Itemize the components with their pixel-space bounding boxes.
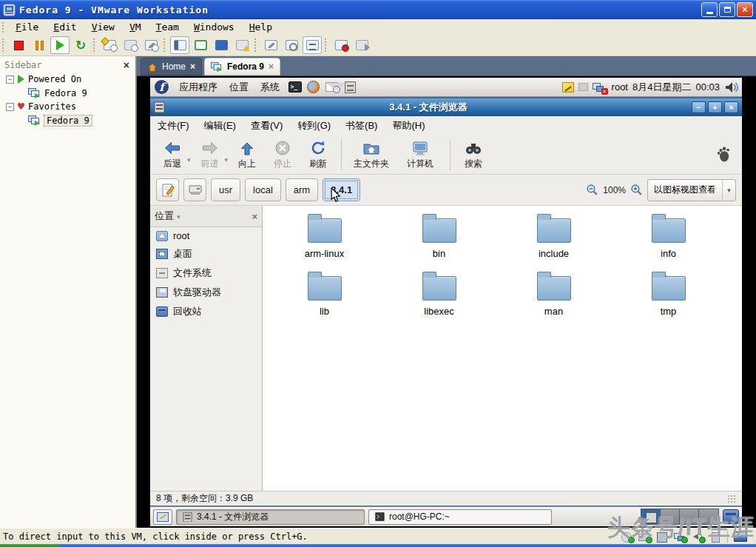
view-mode-select[interactable]: 以图标视图查看 ▾ [647,179,736,201]
replay-button[interactable] [352,36,371,54]
vm-close-button[interactable]: × [724,101,738,113]
summary-view-button[interactable] [282,36,301,54]
menu-shuqian[interactable]: 书签(B) [338,116,385,135]
zoom-out-button[interactable] [586,184,598,196]
record-button[interactable] [331,36,351,54]
notes-applet-icon[interactable] [562,82,574,93]
vm-console[interactable]: f 应用程序 位置 系统 >_ root 8月4日星期二 00:03 [137,76,756,528]
menu-team[interactable]: Team [149,20,186,34]
applet-icon[interactable] [578,83,588,91]
folder-item[interactable]: arm-linux [267,212,382,269]
toolbar-grip[interactable] [163,38,166,53]
applications-menu[interactable]: 应用程序 [173,78,223,96]
tab-fedora9[interactable]: Fedora 9 × [204,58,280,75]
power-off-button[interactable] [9,36,28,54]
folder-item[interactable]: lib [267,269,382,327]
folder-item[interactable]: include [496,212,611,269]
network-offline-icon[interactable] [593,81,607,93]
sidebar-item-fedora9-favorite[interactable]: Fedora 9 [0,113,135,127]
toolbar-grip[interactable] [324,38,328,53]
path-button-usr[interactable]: usr [211,178,240,201]
menu-chakan[interactable]: 查看(V) [243,116,290,135]
tab-close-icon[interactable]: × [190,61,195,72]
volume-icon[interactable] [724,81,739,93]
sidebar-item-fedora9[interactable]: Fedora 9 [0,86,135,100]
place-root[interactable]: root [150,227,262,244]
user-name[interactable]: root [612,81,628,93]
folder-item[interactable]: bin [382,212,496,269]
snapshot-revert-button[interactable] [121,36,140,54]
toolbar-grip[interactable] [92,38,96,53]
file-manager-launcher[interactable] [343,81,357,93]
restore-button[interactable] [719,2,735,17]
folder-item[interactable]: libexec [382,269,496,327]
refresh-button[interactable]: 刷新 [300,137,336,172]
up-button[interactable]: 向上 [229,137,265,172]
place-trash[interactable]: 回收站 [150,302,262,321]
home-folder-button[interactable]: 主文件夹 [347,137,396,172]
place-filesystem[interactable]: 文件系统 [150,264,262,283]
filesystem-root-button[interactable] [183,178,206,201]
vm-minimize-button[interactable]: − [692,101,706,113]
tab-home[interactable]: Home × [141,58,202,75]
menu-file[interactable]: File [8,20,46,34]
sidebar-group-favorites[interactable]: − ♥ Favorites [0,100,135,113]
suspend-button[interactable] [30,36,49,54]
back-history-dropdown[interactable]: ▾ [187,156,191,164]
settings-button[interactable] [261,36,280,54]
full-screen-button[interactable] [212,36,231,54]
zoom-in-button[interactable] [630,184,643,196]
collapse-icon[interactable]: − [6,75,14,84]
taskbar-item-terminal[interactable]: root@HG-PC:~ [368,509,552,525]
firefox-launcher[interactable] [306,81,320,93]
folder-view[interactable]: arm-linux bin include info [263,206,742,491]
console-view-button[interactable] [303,36,322,54]
menu-bangzhu[interactable]: 帮助(H) [385,116,432,135]
location-edit-toggle[interactable] [156,178,179,201]
terminal-launcher[interactable]: >_ [288,81,302,93]
unity-button[interactable] [232,36,252,54]
clock-time[interactable]: 00:03 [695,81,720,93]
menu-wenjian[interactable]: 文件(F) [150,116,197,135]
search-button[interactable]: 搜索 [456,137,491,172]
menu-help[interactable]: Help [242,20,280,34]
back-button[interactable]: 后退 [155,137,190,172]
menubar-grip[interactable] [1,21,5,33]
places-header[interactable]: 位置 ▾ × [150,206,262,227]
folder-item[interactable]: info [611,212,726,269]
toolbar-grip[interactable] [1,38,5,53]
resize-grip[interactable] [727,494,736,503]
menu-edit[interactable]: Edit [46,20,84,34]
folder-item[interactable]: man [496,269,611,327]
file-browser-titlebar[interactable]: 3.4.1 - 文件浏览器 − + × [150,98,742,116]
folder-item[interactable]: tmp [611,269,726,327]
sidebar-close-icon[interactable]: × [124,59,129,71]
reset-button[interactable]: ↻ [71,36,90,54]
evolution-launcher[interactable] [325,81,339,93]
place-desktop[interactable]: 桌面 [150,244,262,264]
menu-windows[interactable]: Windows [186,20,242,34]
places-close-icon[interactable]: × [252,211,257,222]
sidebar-group-powered-on[interactable]: − Powered On [0,73,135,86]
window-titlebar[interactable]: Fedora 9 - VMware Workstation × [0,0,756,19]
path-button-arm[interactable]: arm [286,178,318,201]
power-on-button[interactable] [50,36,70,54]
places-menu[interactable]: 位置 [223,78,254,96]
close-button[interactable]: × [737,2,753,17]
menu-vm[interactable]: VM [122,20,149,34]
minimize-button[interactable] [701,2,718,17]
snapshot-manager-button[interactable] [141,36,161,54]
path-button-local[interactable]: local [245,178,281,201]
menu-bianji[interactable]: 编辑(E) [197,116,243,135]
menu-zhuandao[interactable]: 转到(G) [290,116,338,135]
collapse-icon[interactable]: − [6,103,14,111]
toolbar-grip[interactable] [254,38,257,53]
show-sidebar-button[interactable] [170,36,189,54]
quick-switch-button[interactable] [191,36,210,54]
computer-button[interactable]: 计算机 [396,137,445,172]
vm-maximize-button[interactable]: + [708,101,722,113]
menu-view[interactable]: View [84,20,122,34]
place-floppy[interactable]: 软盘驱动器 [150,283,262,302]
clock-date[interactable]: 8月4日星期二 [632,81,691,94]
vm-screen[interactable]: f 应用程序 位置 系统 >_ root 8月4日星期二 00:03 [150,78,742,526]
